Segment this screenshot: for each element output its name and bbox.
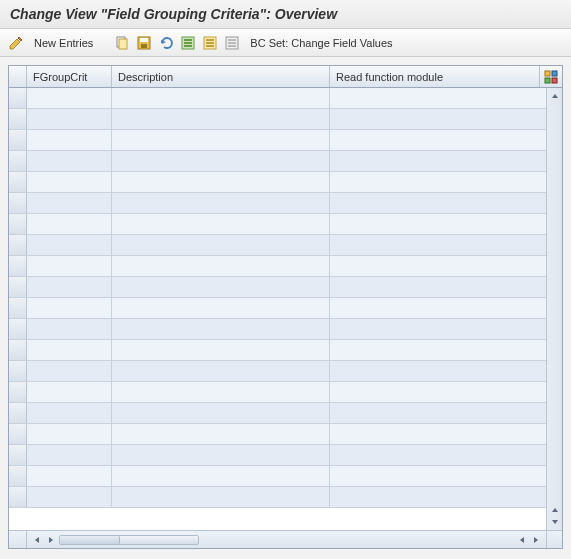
cell-fgroupcrit[interactable] [27,235,112,255]
scroll-right-button[interactable] [45,534,57,546]
column-header-description[interactable]: Description [112,66,330,87]
row-selector[interactable] [9,382,27,402]
table-row[interactable] [9,214,546,235]
cell-fgroupcrit[interactable] [27,361,112,381]
edit-icon[interactable] [8,35,24,51]
cell-description[interactable] [112,340,330,360]
table-row[interactable] [9,361,546,382]
row-selector[interactable] [9,277,27,297]
table-row[interactable] [9,424,546,445]
cell-read-function-module[interactable] [330,88,546,108]
cell-description[interactable] [112,445,330,465]
cell-fgroupcrit[interactable] [27,487,112,507]
vertical-scrollbar[interactable] [546,88,562,530]
cell-description[interactable] [112,109,330,129]
cell-read-function-module[interactable] [330,382,546,402]
row-selector[interactable] [9,445,27,465]
vertical-scroll-track[interactable] [547,102,562,504]
cell-read-function-module[interactable] [330,487,546,507]
cell-description[interactable] [112,193,330,213]
undo-icon[interactable] [158,35,174,51]
table-row[interactable] [9,340,546,361]
table-row[interactable] [9,109,546,130]
row-selector[interactable] [9,130,27,150]
table-row[interactable] [9,487,546,508]
cell-fgroupcrit[interactable] [27,109,112,129]
cell-fgroupcrit[interactable] [27,466,112,486]
table-settings-button[interactable] [540,66,562,87]
table-row[interactable] [9,130,546,151]
cell-fgroupcrit[interactable] [27,340,112,360]
scroll-up-alt-button[interactable] [549,504,561,516]
cell-fgroupcrit[interactable] [27,130,112,150]
cell-description[interactable] [112,277,330,297]
column-header-read-function-module[interactable]: Read function module [330,66,540,87]
table-row[interactable] [9,151,546,172]
cell-fgroupcrit[interactable] [27,256,112,276]
row-selector-header[interactable] [9,66,27,87]
table-row[interactable] [9,403,546,424]
row-selector[interactable] [9,319,27,339]
cell-fgroupcrit[interactable] [27,445,112,465]
cell-read-function-module[interactable] [330,130,546,150]
cell-fgroupcrit[interactable] [27,193,112,213]
cell-fgroupcrit[interactable] [27,319,112,339]
copy-icon[interactable] [114,35,130,51]
cell-read-function-module[interactable] [330,319,546,339]
cell-description[interactable] [112,256,330,276]
table-row[interactable] [9,235,546,256]
cell-description[interactable] [112,214,330,234]
cell-description[interactable] [112,403,330,423]
cell-read-function-module[interactable] [330,298,546,318]
table-row[interactable] [9,319,546,340]
table-row[interactable] [9,172,546,193]
cell-fgroupcrit[interactable] [27,298,112,318]
cell-description[interactable] [112,424,330,444]
table-row[interactable] [9,445,546,466]
row-selector[interactable] [9,487,27,507]
scroll-left-button[interactable] [31,534,43,546]
cell-read-function-module[interactable] [330,172,546,192]
table-row[interactable] [9,298,546,319]
cell-description[interactable] [112,361,330,381]
cell-fgroupcrit[interactable] [27,424,112,444]
row-selector[interactable] [9,424,27,444]
row-selector[interactable] [9,88,27,108]
cell-description[interactable] [112,88,330,108]
table-row[interactable] [9,277,546,298]
row-selector[interactable] [9,214,27,234]
cell-fgroupcrit[interactable] [27,151,112,171]
row-selector[interactable] [9,235,27,255]
cell-description[interactable] [112,151,330,171]
cell-read-function-module[interactable] [330,403,546,423]
table-row[interactable] [9,256,546,277]
save-icon[interactable] [136,35,152,51]
cell-read-function-module[interactable] [330,151,546,171]
cell-description[interactable] [112,235,330,255]
table-row[interactable] [9,466,546,487]
row-selector[interactable] [9,361,27,381]
cell-description[interactable] [112,382,330,402]
cell-read-function-module[interactable] [330,445,546,465]
row-selector[interactable] [9,193,27,213]
cell-fgroupcrit[interactable] [27,403,112,423]
cell-read-function-module[interactable] [330,235,546,255]
cell-fgroupcrit[interactable] [27,172,112,192]
row-selector[interactable] [9,151,27,171]
scroll-up-button[interactable] [549,90,561,102]
cell-description[interactable] [112,130,330,150]
row-selector[interactable] [9,466,27,486]
bcset-button[interactable]: BC Set: Change Field Values [246,37,396,49]
cell-fgroupcrit[interactable] [27,277,112,297]
select-block-icon[interactable] [202,35,218,51]
select-all-icon[interactable] [180,35,196,51]
cell-fgroupcrit[interactable] [27,214,112,234]
scroll-down-button[interactable] [549,516,561,528]
cell-description[interactable] [112,298,330,318]
table-row[interactable] [9,382,546,403]
cell-read-function-module[interactable] [330,256,546,276]
cell-read-function-module[interactable] [330,466,546,486]
cell-description[interactable] [112,319,330,339]
cell-fgroupcrit[interactable] [27,88,112,108]
horizontal-scroll-thumb[interactable] [60,536,120,544]
